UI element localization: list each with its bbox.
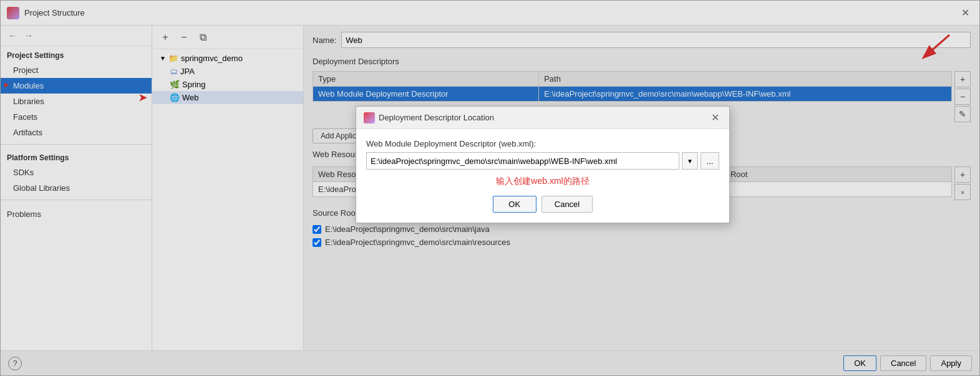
web-label: Web (182, 93, 199, 102)
tree-root[interactable]: ▼ 📁 springmvc_demo (152, 52, 303, 65)
nav-arrows: ← → (1, 26, 152, 46)
sidebar-item-libraries[interactable]: Libraries (1, 94, 152, 109)
expand-icon: ▼ (160, 55, 166, 62)
bottom-left: ? (8, 357, 22, 370)
col-path: Path (539, 72, 952, 87)
jpa-icon: 🗂 (170, 67, 178, 76)
back-arrow[interactable]: ← (6, 29, 19, 42)
modal-title-bar: Deployment Descriptor Location ✕ (356, 107, 729, 129)
sidebar-item-artifacts[interactable]: Artifacts (1, 125, 152, 140)
tree-item-spring[interactable]: 🌿 Spring (152, 78, 303, 91)
ok-button[interactable]: OK (843, 355, 876, 371)
modal-title: Deployment Descriptor Location (379, 113, 494, 122)
modal-cancel-button[interactable]: Cancel (541, 196, 593, 213)
tree-item-web[interactable]: ➤ 🌐 Web (152, 91, 303, 104)
modal-dropdown-button[interactable]: ▼ (682, 152, 698, 170)
root-label: springmvc_demo (181, 54, 243, 63)
modal-input-row: ▼ ... (366, 152, 719, 170)
web-resource-side-buttons: + » (954, 166, 971, 202)
module-tree-panel: + − ⧉ ▼ 📁 springmvc_demo 🗂 JPA (152, 26, 304, 350)
source-root-path-1: E:\ideaProject\springmvc_demo\src\main\r… (325, 238, 510, 247)
expand-button[interactable]: » (954, 184, 971, 200)
sidebar-divider (1, 144, 152, 145)
add-descriptor-button[interactable]: + (954, 71, 971, 87)
cancel-button[interactable]: Cancel (880, 355, 926, 371)
source-root-checkbox-1[interactable] (313, 238, 321, 247)
modal-buttons: OK Cancel (366, 196, 719, 213)
folder-icon: 📁 (168, 54, 178, 63)
cell-path: E:\ideaProject\springmvc_demo\src\main\w… (539, 87, 952, 102)
add-web-resource-button[interactable]: + (954, 166, 971, 183)
bottom-right: OK Cancel Apply (843, 355, 972, 371)
deployment-table: Type Path Web Module Deployment Descript… (313, 71, 952, 102)
name-input[interactable] (341, 32, 971, 48)
jpa-label: JPA (180, 67, 195, 76)
apply-button[interactable]: Apply (930, 355, 972, 371)
sidebar-item-facets[interactable]: Facets (1, 109, 152, 125)
copy-module-button[interactable]: ⧉ (195, 29, 211, 46)
deployment-side-buttons: + − ✎ (954, 71, 971, 122)
sidebar-item-problems[interactable]: Problems (1, 206, 152, 222)
modal-field-label: Web Module Deployment Descriptor (web.xm… (366, 139, 719, 148)
bottom-bar: ? OK Cancel Apply (1, 350, 979, 375)
add-module-button[interactable]: + (157, 29, 173, 46)
module-tree-toolbar: + − ⧉ (152, 26, 303, 49)
project-settings-header: Project Settings (1, 46, 152, 62)
module-tree: ▼ 📁 springmvc_demo 🗂 JPA 🌿 Spring ➤ (152, 49, 303, 107)
tree-item-jpa[interactable]: 🗂 JPA (152, 65, 303, 78)
modal-ok-button[interactable]: OK (493, 196, 536, 213)
sidebar-item-global-libraries[interactable]: Global Libraries (1, 180, 152, 196)
web-icon: 🌐 (170, 93, 180, 102)
sidebar-item-project[interactable]: Project (1, 62, 152, 78)
table-row[interactable]: Web Module Deployment Descriptor E:\idea… (313, 87, 952, 102)
remove-descriptor-button[interactable]: − (954, 89, 971, 105)
modal-hint-text: 输入创建web.xml的路径 (366, 176, 719, 187)
sidebar-item-sdks[interactable]: SDKs (1, 165, 152, 180)
source-root-item-1: E:\ideaProject\springmvc_demo\src\main\r… (313, 236, 971, 249)
name-row: Name: (313, 32, 971, 48)
modal-title-content: Deployment Descriptor Location (364, 112, 494, 123)
deployment-descriptors-title: Deployment Descriptors (313, 57, 971, 66)
modal-path-input[interactable] (366, 152, 679, 170)
help-button[interactable]: ? (8, 357, 22, 370)
source-root-item-0: E:\ideaProject\springmvc_demo\src\main\j… (313, 223, 971, 236)
red-arrow-web: ➤ (138, 92, 147, 104)
source-root-checkbox-0[interactable] (313, 225, 321, 234)
name-label: Name: (313, 36, 336, 45)
title-bar: Project Structure ✕ (1, 1, 979, 26)
spring-label: Spring (182, 80, 206, 89)
modal-close-button[interactable]: ✕ (709, 112, 722, 123)
source-root-path-0: E:\ideaProject\springmvc_demo\src\main\j… (325, 224, 490, 234)
window-title: Project Structure (24, 8, 958, 17)
close-button[interactable]: ✕ (958, 6, 973, 20)
col-type: Type (313, 72, 539, 87)
main-window: Project Structure ✕ ← → Project Settings… (0, 0, 980, 376)
forward-arrow[interactable]: → (22, 29, 36, 42)
platform-settings-header: Platform Settings (1, 148, 152, 165)
remove-module-button[interactable]: − (176, 29, 192, 46)
sidebar: ← → Project Settings Project Modules Lib… (1, 26, 152, 350)
app-icon (7, 7, 19, 19)
modal-body: Web Module Deployment Descriptor (web.xm… (356, 129, 729, 223)
sidebar-item-modules[interactable]: Modules (1, 78, 152, 94)
edit-descriptor-button[interactable]: ✎ (954, 106, 971, 122)
sidebar-divider-2 (1, 200, 152, 200)
modal-icon (364, 112, 375, 123)
modal-browse-button[interactable]: ... (701, 152, 719, 170)
cell-type: Web Module Deployment Descriptor (313, 87, 539, 102)
spring-icon: 🌿 (170, 80, 180, 89)
modal-dialog: Deployment Descriptor Location ✕ Web Mod… (356, 106, 730, 223)
